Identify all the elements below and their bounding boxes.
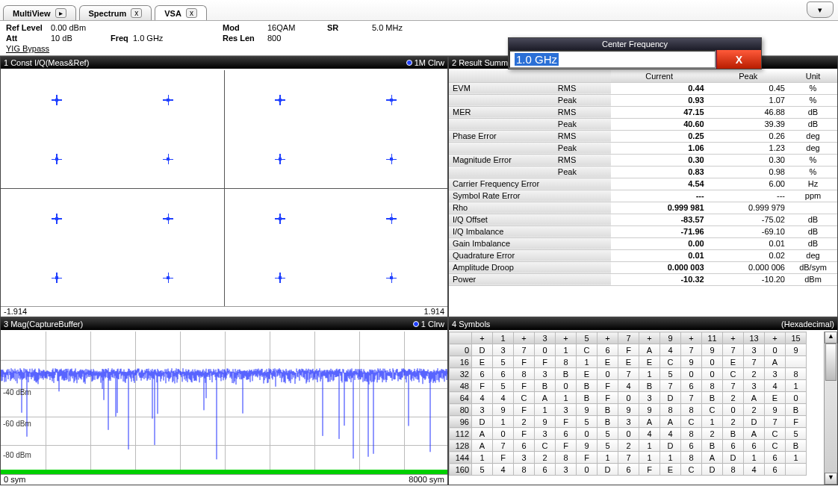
constellation-point [386,273,397,283]
constellation-point [52,154,62,164]
close-icon[interactable]: x [186,8,197,18]
col-current: Current [611,70,708,82]
symbol-row: 16E5FF81EEEC90E7A [450,356,807,368]
result-row: EVMRMS0.440.45% [449,82,837,94]
sr-value: 5.0 MHz [372,22,432,33]
mod-value: 16QAM [267,22,327,33]
pane1-marker: 1M Clrw [415,58,444,67]
result-row: I/Q Offset-83.57-75.02dB [449,214,837,225]
pane-symbols: 4 Symbols (Hexadecimal) +1+3+5+7+9+11+13… [448,317,838,485]
reslen-label: Res Len [223,33,267,43]
constellation-point [275,214,285,224]
symbol-row: 112A0F360504482BAC5 [450,428,807,440]
symbol-row: 8039F139B9988C029B [450,404,807,416]
trace-dot-icon [406,60,412,66]
result-row: MERRMS47.1546.88dB [449,106,837,118]
tab-bar: MultiView▸ Spectrumx VSAx [0,0,838,21]
constellation-point [52,95,62,105]
freq-value: 1.0 GHz [133,33,223,43]
result-row: Carrier Frequency Error4.546.00Hz [449,178,837,190]
tab-overflow-button[interactable]: ▾ [807,1,834,18]
tab-vsa[interactable]: VSAx [155,5,207,20]
trace-dot-icon [413,321,419,327]
symbol-row: 48F5FB0BF4B7687341 [450,380,807,392]
result-row: Symbol Rate Error------ppm [449,190,837,202]
result-row: Peak1.061.23deg [449,142,837,154]
pane1-title: 1 Const I/Q(Meas&Ref) [4,58,89,67]
scrollbar[interactable]: ▲ ▼ [824,332,837,485]
constellation-point [163,154,173,164]
result-row: Peak0.931.07% [449,94,837,106]
pane1-xmax: 1.914 [423,307,444,317]
scroll-thumb[interactable] [825,343,837,381]
pane3-marker: 1 Clrw [421,320,444,329]
tab-spectrum[interactable]: Spectrumx [79,5,152,20]
dialog-close-button[interactable]: X [716,50,761,69]
pane4-title: 4 Symbols [452,320,490,329]
result-row: Phase ErrorRMS0.250.26deg [449,130,837,142]
ylabel: -60 dBm [3,420,31,428]
center-frequency-input[interactable]: 1.0 GHz [509,50,716,69]
result-row: Power-10.32-10.20dBm [449,273,837,285]
constellation-point [163,273,173,283]
col-peak: Peak [708,70,789,82]
symbol-row: 326683BE071500C238 [450,368,807,380]
tab-multiview[interactable]: MultiView▸ [3,5,76,20]
scroll-down-button[interactable]: ▼ [825,473,837,485]
ref-level-label: Ref Level [6,22,51,33]
dialog-title: Center Frequency [509,38,761,50]
constellation-point [163,214,173,224]
pane-result-summary: 2 Result Summary Current Peak Unit EVMRM… [448,56,838,317]
symbol-row: 1441F328F17118AD161 [450,452,807,464]
constellation-point [275,95,285,105]
result-row: Amplitude Droop0.000 0030.000 006dB/sym [449,261,837,273]
freq-label: Freq [111,33,133,43]
ylabel: -40 dBm [3,388,31,396]
pane3-xmax: 8000 sym [409,475,444,485]
result-table: Current Peak Unit EVMRMS0.440.45%Peak0.9… [449,70,837,286]
yig-bypass-label: YIG Bypass [6,43,49,54]
att-label: Att [6,33,51,43]
constellation-point [275,273,285,283]
result-row: Rho0.999 9810.999 979 [449,202,837,214]
result-row: Gain Imbalance0.000.01dB [449,237,837,249]
sr-label: SR [327,22,372,33]
symbols-table: +1+3+5+7+9+11+13+150D3701C6FA479730916E5… [449,332,807,476]
pane1-xmin: -1.914 [4,307,27,317]
mod-label: Mod [223,22,267,33]
symbol-row: 128A76CF9521D6B66CB [450,440,807,452]
symbol-row: 0D3701C6FA4797309 [450,344,807,356]
pane-constellation[interactable]: 1 Const I/Q(Meas&Ref) 1M Clrw -1.914 1.9… [0,56,448,317]
reslen-value: 800 [267,33,327,43]
symbol-row: 6444CA1BF03D7B2AE0 [450,392,807,404]
result-row: Magnitude ErrorRMS0.300.30% [449,154,837,166]
constellation-point [386,95,397,105]
constellation-point [386,154,397,164]
chevron-icon[interactable]: ▸ [55,8,66,18]
ref-level-value: 0.00 dBm [51,22,111,33]
result-row: I/Q Imbalance-71.96-69.10dB [449,225,837,237]
constellation-point [52,273,62,283]
result-row: Peak40.6039.39dB [449,118,837,130]
pane3-xmin: 0 sym [4,475,25,485]
constellation-point [52,214,62,224]
symbol-row: 160548630D6FECD846 [450,464,807,476]
ylabel: -80 dBm [3,451,31,459]
center-frequency-dialog: Center Frequency 1.0 GHz X [508,37,762,69]
pane-magnitude[interactable]: 3 Mag(CaptureBuffer) 1 Clrw -40 dBm -60 … [0,317,448,485]
constellation-point [275,154,285,164]
result-row: Quadrature Error0.010.02deg [449,249,837,261]
symbol-row: 96D129F5B3AAC12D7F [450,416,807,428]
constellation-point [163,95,173,105]
att-value: 10 dB [51,33,111,43]
pane4-unit: (Hexadecimal) [781,320,834,329]
constellation-point [386,214,397,224]
close-icon[interactable]: x [131,8,142,18]
pane3-title: 3 Mag(CaptureBuffer) [4,320,83,329]
scroll-up-button[interactable]: ▲ [825,332,837,343]
col-unit: Unit [789,70,837,82]
result-row: Peak0.830.98% [449,166,837,178]
